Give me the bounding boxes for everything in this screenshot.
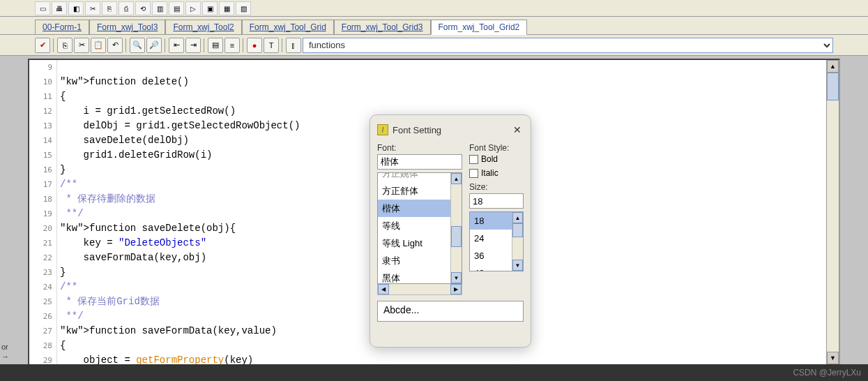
list-icon[interactable]: ▤ bbox=[208, 38, 223, 53]
tab-form-xwj-tool2[interactable]: Form_xwj_Tool2 bbox=[165, 20, 241, 34]
tool-btn[interactable]: ▷ bbox=[185, 1, 201, 15]
tool-btn[interactable]: ▭ bbox=[35, 1, 50, 15]
scroll-down-icon[interactable]: ▼ bbox=[451, 272, 462, 283]
tool-btn[interactable]: ▥ bbox=[152, 1, 167, 15]
tool-btn[interactable]: ⟲ bbox=[135, 1, 151, 15]
size-listbox[interactable]: 18 24 36 48 ▲ ▼ bbox=[469, 211, 524, 271]
cols-icon[interactable]: ⫿ bbox=[286, 38, 301, 53]
app-icon: I bbox=[377, 124, 388, 135]
tool-btn[interactable]: ▣ bbox=[202, 1, 218, 15]
find2-icon[interactable]: 🔎 bbox=[146, 38, 162, 53]
scroll-thumb[interactable] bbox=[512, 223, 523, 237]
font-preview: Abcde... bbox=[377, 301, 524, 322]
size-input[interactable] bbox=[469, 193, 524, 209]
tab-form-xwj-tool3[interactable]: Form_xwj_Tool3 bbox=[89, 20, 165, 34]
top-toolbar: ▭ 🖶 ◧ ✂ ⎘ ⎙ ⟲ ▥ ▤ ▷ ▣ ▦ ▧ bbox=[0, 0, 868, 17]
tool-btn[interactable]: ◧ bbox=[68, 1, 84, 15]
list-scrollbar[interactable]: ▲ ▼ bbox=[512, 212, 523, 271]
undo-icon[interactable]: ↶ bbox=[107, 38, 123, 53]
list-scrollbar[interactable]: ▲ ▼ bbox=[450, 173, 462, 283]
list-item[interactable]: 等线 Light bbox=[378, 234, 462, 252]
font-input[interactable] bbox=[377, 154, 462, 170]
close-icon[interactable]: ✕ bbox=[511, 124, 524, 136]
scroll-down-icon[interactable]: ▼ bbox=[512, 260, 523, 271]
tab-form-xwj-tool-grid[interactable]: Form_xwj_Tool_Grid bbox=[242, 20, 334, 34]
scroll-up-icon[interactable]: ▲ bbox=[512, 212, 523, 223]
find-icon[interactable]: 🔍 bbox=[130, 38, 145, 53]
scroll-right-icon[interactable]: ▶ bbox=[450, 284, 462, 294]
record-icon[interactable]: ● bbox=[247, 38, 262, 53]
line-gutter: 9101112131415161718192021222324252627282… bbox=[29, 60, 57, 364]
list-item[interactable]: 等线 bbox=[378, 217, 462, 234]
list-item[interactable]: 隶书 bbox=[378, 252, 462, 269]
font-setting-dialog[interactable]: I Font Setting ✕ Font: 方正姚体 方正舒体 楷体 等线 等… bbox=[370, 114, 531, 348]
functions-dropdown[interactable]: functions bbox=[303, 38, 833, 53]
tool-btn[interactable]: ⎘ bbox=[102, 1, 117, 15]
list-item[interactable]: 楷体 bbox=[378, 200, 462, 217]
italic-checkbox[interactable]: Italic bbox=[469, 168, 524, 178]
scroll-down-icon[interactable]: ▼ bbox=[827, 352, 839, 364]
indent-icon[interactable]: ⇤ bbox=[169, 38, 184, 53]
scroll-thumb[interactable] bbox=[827, 73, 839, 100]
list-h-scrollbar[interactable]: ◀ ▶ bbox=[377, 284, 462, 295]
tab-strip: 00-Form-1 Form_xwj_Tool3 Form_xwj_Tool2 … bbox=[0, 17, 868, 35]
list2-icon[interactable]: ≡ bbox=[224, 38, 240, 53]
tool-btn[interactable]: ▧ bbox=[236, 1, 251, 15]
bold-checkbox[interactable]: Bold bbox=[469, 154, 524, 164]
tab-00-form-1[interactable]: 00-Form-1 bbox=[35, 20, 89, 34]
scroll-left-icon[interactable]: ◀ bbox=[378, 284, 389, 294]
tab-form-xwj-tool-grid3[interactable]: Form_xwj_Tool_Grid3 bbox=[334, 20, 431, 34]
tool-btn[interactable]: ▤ bbox=[169, 1, 184, 15]
cut-icon[interactable]: ✂ bbox=[74, 38, 89, 53]
watermark: CSDN @JerryLXu bbox=[793, 368, 861, 378]
scroll-thumb[interactable] bbox=[451, 226, 462, 247]
size-label: Size: bbox=[469, 182, 524, 192]
side-label: or → bbox=[1, 342, 9, 361]
tool-btn[interactable]: 🖶 bbox=[52, 1, 67, 15]
list-item[interactable]: 方正姚体 bbox=[378, 172, 462, 182]
status-bar: CSDN @JerryLXu bbox=[0, 364, 868, 381]
editor-toolbar: ✔ ⎘ ✂ 📋 ↶ 🔍 🔎 ⇤ ⇥ ▤ ≡ ● T ⫿ functions bbox=[0, 35, 868, 56]
scroll-up-icon[interactable]: ▲ bbox=[451, 173, 462, 184]
dialog-titlebar[interactable]: I Font Setting ✕ bbox=[377, 121, 524, 139]
tab-form-xwj-tool-grid2[interactable]: Form_xwj_Tool_Grid2 bbox=[431, 20, 528, 35]
dialog-title: Font Setting bbox=[393, 125, 511, 135]
font-listbox[interactable]: 方正姚体 方正舒体 楷体 等线 等线 Light 隶书 黑体 ▲ ▼ bbox=[377, 172, 462, 284]
tool-btn[interactable]: ⎙ bbox=[119, 1, 134, 15]
check-icon[interactable]: ✔ bbox=[35, 38, 50, 53]
outdent-icon[interactable]: ⇥ bbox=[185, 38, 201, 53]
scroll-up-icon[interactable]: ▲ bbox=[827, 60, 839, 73]
style-label: Font Style: bbox=[469, 143, 524, 153]
list-item[interactable]: 方正舒体 bbox=[378, 182, 462, 200]
tool-btn[interactable]: ▦ bbox=[219, 1, 234, 15]
copy-icon[interactable]: ⎘ bbox=[57, 38, 73, 53]
list-item[interactable]: 黑体 bbox=[378, 269, 462, 284]
text-icon[interactable]: T bbox=[264, 38, 279, 53]
vertical-scrollbar[interactable]: ▲ ▼ bbox=[826, 60, 839, 364]
font-label: Font: bbox=[377, 143, 462, 153]
tool-btn[interactable]: ✂ bbox=[85, 1, 100, 15]
paste-icon[interactable]: 📋 bbox=[91, 38, 106, 53]
